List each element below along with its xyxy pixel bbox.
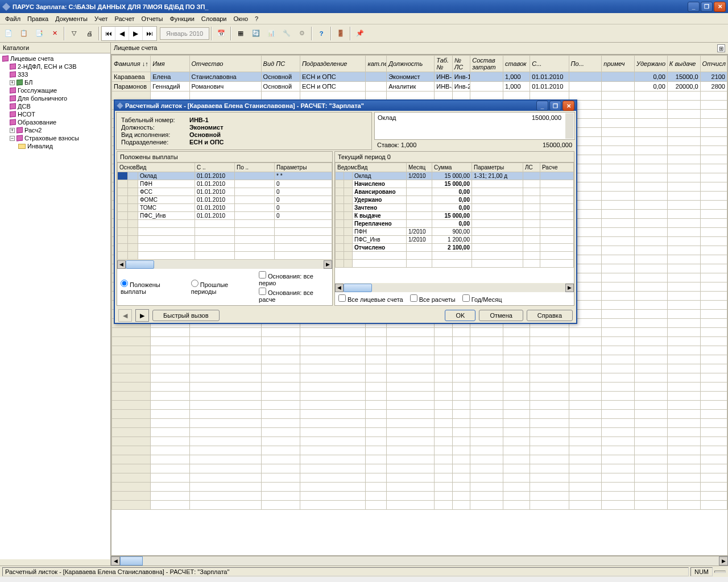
tree-root[interactable]: Лицевые счета: [1, 55, 109, 63]
tb-filter-icon[interactable]: ▽: [67, 26, 81, 41]
dlg-max-button[interactable]: ❐: [549, 101, 561, 111]
right-scroll-h[interactable]: ◀▶: [335, 283, 574, 292]
maximize-button[interactable]: ❐: [701, 2, 713, 12]
sidebar-title: Каталоги: [0, 43, 110, 53]
tree-item-obraz[interactable]: Образование: [1, 118, 109, 126]
tree-item-333[interactable]: 333: [1, 70, 109, 78]
radio-past-periods[interactable]: Прошлые периоды: [191, 280, 252, 295]
ok-button[interactable]: OK: [445, 310, 475, 321]
menu-edit[interactable]: Правка: [24, 14, 52, 23]
catalog-tree[interactable]: Лицевые счета 2-НДФЛ, ЕСН и СЗВ 333 +БЛ …: [0, 53, 110, 559]
menubar: Файл Правка Документы Учет Расчет Отчеты…: [0, 13, 728, 24]
dlg-min-button[interactable]: _: [536, 101, 548, 111]
chk-all-calcs[interactable]: Основания: все расче: [259, 288, 329, 303]
tb-tools-icon[interactable]: 🔧: [279, 26, 294, 41]
dialog-icon: [117, 102, 123, 109]
tree-item-dsv[interactable]: ДСВ: [1, 102, 109, 110]
window-title-bar: ПАРУС Зарплата: С:\БАЗЫ ДАННЫХ ДЛЯ 7\МОЯ…: [0, 0, 728, 13]
dialog-title: Расчетный листок - [Караваева Елена Стан…: [125, 102, 535, 109]
menu-account[interactable]: Учет: [91, 14, 111, 23]
radio-payments-due[interactable]: Положены выплаты: [121, 280, 184, 295]
panel-config-icon[interactable]: ⊞: [717, 44, 725, 52]
payments-due-panel: Положены выплаты ОсновВидС ..По ..Параме…: [117, 151, 333, 306]
nav-buttons: ⏮ ◀ ▶ ⏭: [101, 26, 157, 41]
current-period-panel: Текущий период 0 ВедомсВидМесяцСуммаПара…: [334, 151, 574, 306]
status-text: Расчетный листок - [Караваева Елена Стан…: [2, 567, 689, 576]
window-title: ПАРУС Зарплата: С:\БАЗЫ ДАННЫХ ДЛЯ 7\МОЯ…: [13, 3, 686, 10]
sidebar: Каталоги Лицевые счета 2-НДФЛ, ЕСН и СЗВ…: [0, 43, 111, 566]
tb-refresh-icon[interactable]: 🔄: [249, 26, 263, 41]
salary-display: Оклад15000,000: [374, 112, 575, 140]
current-period-header: Текущий период 0: [335, 152, 574, 163]
dlg-nav-prev[interactable]: ◀: [118, 309, 132, 322]
toolbar: 📄 📋 📑 ✕ ▽ 🖨 ⏮ ◀ ▶ ⏭ Январь 2010 📅 ▦ 🔄 📊 …: [0, 24, 728, 43]
tb-help-icon[interactable]: ?: [314, 26, 329, 41]
tb-print-icon[interactable]: 🖨: [82, 26, 97, 41]
tb-copy-icon[interactable]: 📋: [16, 26, 31, 41]
menu-calc[interactable]: Расчет: [111, 14, 138, 23]
tb-exit-icon[interactable]: 🚪: [333, 26, 348, 41]
menu-file[interactable]: Файл: [2, 14, 24, 23]
tb-delete-icon[interactable]: ✕: [47, 26, 62, 41]
tree-item-strah[interactable]: −Страховые взносы: [1, 134, 109, 142]
content-title: Лицевые счета ⊞: [111, 43, 728, 55]
current-period-grid[interactable]: ВедомсВидМесяцСуммаПараметрыЛСРасче Окла…: [335, 163, 574, 268]
main-scrollbar-h[interactable]: ◀▶: [111, 556, 728, 566]
tb-chart-icon[interactable]: 📊: [264, 26, 279, 41]
help-button[interactable]: Справка: [527, 310, 573, 321]
minimize-button[interactable]: _: [688, 2, 700, 12]
month-display: Январь 2010: [160, 27, 209, 40]
chk-all-calculations[interactable]: Все расчеты: [410, 294, 456, 303]
statusbar: Расчетный листок - [Караваева Елена Стан…: [0, 566, 728, 577]
quick-call-button[interactable]: Быстрый вызов: [152, 310, 220, 321]
tree-item-rasch2[interactable]: +Расч2: [1, 126, 109, 134]
dialog-title-bar[interactable]: Расчетный листок - [Караваева Елена Стан…: [115, 101, 576, 111]
menu-funcs[interactable]: Функции: [166, 14, 197, 23]
tb-calendar-icon[interactable]: 📅: [214, 26, 229, 41]
payments-due-grid[interactable]: ОсновВидС ..По ..Параметры Оклад01.01.20…: [117, 163, 332, 260]
tree-item-bl[interactable]: +БЛ: [1, 78, 109, 86]
tree-item-gossl[interactable]: Госслужащие: [1, 86, 109, 94]
dlg-nav-next[interactable]: ▶: [135, 309, 149, 322]
tb-grid-icon[interactable]: ▦: [233, 26, 248, 41]
nav-last-icon[interactable]: ⏭: [143, 27, 156, 40]
close-button[interactable]: ✕: [714, 2, 726, 12]
tb-sys-icon[interactable]: ⚙: [295, 26, 309, 41]
nav-prev-icon[interactable]: ◀: [115, 27, 129, 40]
tree-item-boln[interactable]: Для больничного: [1, 94, 109, 102]
menu-docs[interactable]: Документы: [52, 14, 91, 23]
menu-reports[interactable]: Отчеты: [138, 14, 166, 23]
status-num: NUM: [690, 567, 713, 576]
salary-scroll-v[interactable]: [565, 113, 574, 139]
cancel-button[interactable]: Отмена: [479, 310, 523, 321]
dlg-close-button[interactable]: ✕: [562, 101, 574, 111]
chk-year-month[interactable]: Год/Месяц: [462, 294, 502, 303]
app-icon: [2, 2, 10, 10]
tb-pin-icon[interactable]: 📌: [353, 26, 367, 41]
menu-window[interactable]: Окно: [230, 14, 252, 23]
payslip-dialog: Расчетный листок - [Караваева Елена Стан…: [114, 99, 577, 324]
nav-next-icon[interactable]: ▶: [129, 27, 143, 40]
chk-all-periods[interactable]: Основания: все перио: [259, 271, 329, 286]
chk-all-accounts[interactable]: Все лицевые счета: [338, 294, 403, 303]
tree-item-nsot[interactable]: НСОТ: [1, 110, 109, 118]
tree-item-invalid[interactable]: Инвалид: [1, 142, 109, 150]
tree-item-2ndfl[interactable]: 2-НДФЛ, ЕСН и СЗВ: [1, 63, 109, 70]
nav-first-icon[interactable]: ⏮: [102, 27, 115, 40]
menu-help[interactable]: ?: [251, 14, 262, 23]
tb-props-icon[interactable]: 📑: [32, 26, 47, 41]
employee-info-panel: Табельный номер:ИНВ-1 Должность:Экономис…: [116, 112, 372, 150]
payments-due-header: Положены выплаты: [117, 152, 332, 163]
menu-dicts[interactable]: Словари: [198, 14, 230, 23]
tb-new-icon[interactable]: 📄: [1, 26, 16, 41]
left-scroll-h[interactable]: ◀▶: [117, 260, 332, 269]
